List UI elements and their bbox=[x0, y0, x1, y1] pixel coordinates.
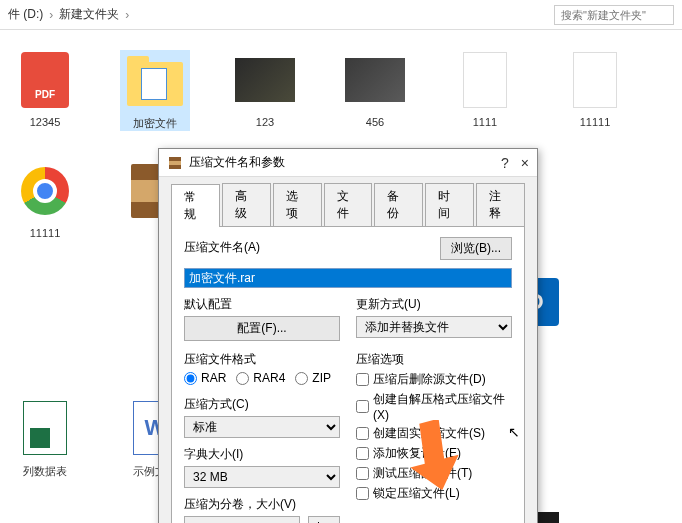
tab-files[interactable]: 文件 bbox=[324, 183, 373, 226]
method-label: 压缩方式(C) bbox=[184, 396, 340, 413]
svg-rect-1 bbox=[169, 161, 181, 165]
file-label: 11111 bbox=[580, 116, 611, 128]
search-input[interactable] bbox=[554, 5, 674, 25]
dialog-titlebar[interactable]: 压缩文件名和参数 ? × bbox=[159, 149, 537, 177]
file-item[interactable]: 加密文件 bbox=[120, 50, 190, 131]
radio-zip[interactable] bbox=[295, 372, 308, 385]
breadcrumb-part[interactable]: 件 (D:) bbox=[8, 6, 43, 23]
dialog-tabs: 常规 高级 选项 文件 备份 时间 注释 bbox=[159, 177, 537, 226]
split-label: 压缩为分卷，大小(V) bbox=[184, 496, 340, 513]
file-icon bbox=[573, 52, 617, 108]
tab-time[interactable]: 时间 bbox=[425, 183, 474, 226]
default-config-label: 默认配置 bbox=[184, 296, 340, 313]
file-label: 456 bbox=[366, 116, 384, 128]
tab-backup[interactable]: 备份 bbox=[374, 183, 423, 226]
filename-input[interactable] bbox=[184, 268, 512, 288]
update-label: 更新方式(U) bbox=[356, 296, 512, 313]
file-item[interactable]: 11111 bbox=[560, 50, 630, 131]
breadcrumb: 件 (D:) › 新建文件夹 › bbox=[0, 0, 682, 30]
format-label: 压缩文件格式 bbox=[184, 351, 340, 368]
format-zip[interactable]: ZIP bbox=[295, 371, 331, 385]
opt-test[interactable]: 测试压缩的文件(T) bbox=[356, 465, 512, 482]
opt-solid[interactable]: 创建固实压缩文件(S) bbox=[356, 425, 512, 442]
file-label: 11111 bbox=[30, 227, 61, 239]
file-label: 列数据表 bbox=[23, 464, 67, 479]
image-icon bbox=[345, 58, 405, 102]
file-item[interactable]: 列数据表 bbox=[10, 398, 80, 479]
dict-label: 字典大小(I) bbox=[184, 446, 340, 463]
tab-general[interactable]: 常规 bbox=[171, 184, 220, 227]
file-label: 12345 bbox=[30, 116, 61, 128]
file-label: 加密文件 bbox=[133, 116, 177, 131]
file-item[interactable]: 1111 bbox=[450, 50, 520, 131]
opt-lock[interactable]: 锁定压缩文件(L) bbox=[356, 485, 512, 502]
breadcrumb-part[interactable]: 新建文件夹 bbox=[59, 6, 119, 23]
tab-advanced[interactable]: 高级 bbox=[222, 183, 271, 226]
options-label: 压缩选项 bbox=[356, 351, 512, 368]
rar-app-icon bbox=[167, 155, 183, 171]
dict-select[interactable]: 32 MB bbox=[184, 466, 340, 488]
update-select[interactable]: 添加并替换文件 bbox=[356, 316, 512, 338]
opt-sfx[interactable]: 创建自解压格式压缩文件(X) bbox=[356, 391, 512, 422]
browse-button[interactable]: 浏览(B)... bbox=[440, 237, 512, 260]
image-icon bbox=[235, 58, 295, 102]
format-rar[interactable]: RAR bbox=[184, 371, 226, 385]
format-rar4[interactable]: RAR4 bbox=[236, 371, 285, 385]
breadcrumb-path[interactable]: 件 (D:) › 新建文件夹 › bbox=[8, 6, 554, 23]
opt-delete-source[interactable]: 压缩后删除源文件(D) bbox=[356, 371, 512, 388]
file-label: 123 bbox=[256, 116, 274, 128]
file-icon bbox=[463, 52, 507, 108]
help-button[interactable]: ? bbox=[501, 155, 509, 171]
tab-options[interactable]: 选项 bbox=[273, 183, 322, 226]
radio-rar[interactable] bbox=[184, 372, 197, 385]
tab-comment[interactable]: 注释 bbox=[476, 183, 525, 226]
file-item[interactable]: 456 bbox=[340, 50, 410, 131]
filename-label: 压缩文件名(A) bbox=[184, 239, 432, 256]
dialog-body: 压缩文件名(A) 浏览(B)... 默认配置 配置(F)... 更新方式(U) … bbox=[171, 226, 525, 523]
radio-rar4[interactable] bbox=[236, 372, 249, 385]
split-unit-select[interactable]: B bbox=[308, 516, 340, 523]
chrome-icon bbox=[21, 167, 69, 215]
folder-icon bbox=[127, 62, 183, 106]
config-button[interactable]: 配置(F)... bbox=[184, 316, 340, 341]
compress-dialog: 压缩文件名和参数 ? × 常规 高级 选项 文件 备份 时间 注释 压缩文件名(… bbox=[158, 148, 538, 523]
method-select[interactable]: 标准 bbox=[184, 416, 340, 438]
pdf-icon bbox=[21, 52, 69, 108]
close-button[interactable]: × bbox=[521, 155, 529, 171]
split-size-select[interactable] bbox=[184, 516, 300, 523]
chevron-right-icon: › bbox=[125, 8, 129, 22]
chevron-right-icon: › bbox=[49, 8, 53, 22]
opt-recovery[interactable]: 添加恢复记录(E) bbox=[356, 445, 512, 462]
file-label: 1111 bbox=[473, 116, 497, 128]
file-item[interactable]: 11111 bbox=[10, 161, 80, 242]
excel-icon bbox=[23, 401, 67, 455]
file-item[interactable]: 12345 bbox=[10, 50, 80, 131]
dialog-title: 压缩文件名和参数 bbox=[189, 154, 501, 171]
file-item[interactable]: 123 bbox=[230, 50, 300, 131]
